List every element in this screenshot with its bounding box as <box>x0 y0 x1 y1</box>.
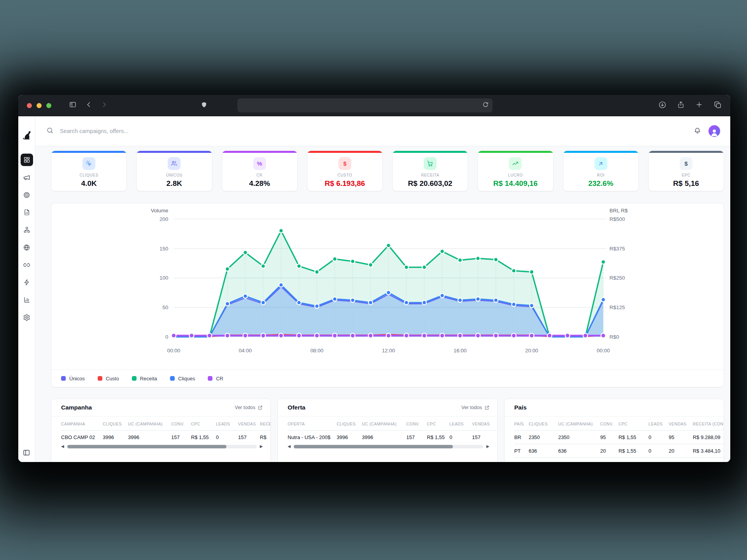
table-cell: 0 <box>649 444 669 458</box>
kpi-value: 232.6% <box>588 179 613 188</box>
sidebar-item-offers[interactable] <box>21 189 33 201</box>
sidebar-item-dashboard[interactable] <box>21 154 33 166</box>
legend-item-únicos[interactable]: Únicos <box>61 376 85 382</box>
kpi-value: 4.0K <box>81 179 97 188</box>
scrollbar-track[interactable] <box>294 445 483 448</box>
globe-icon <box>23 244 30 251</box>
bar-chart-icon <box>23 296 30 303</box>
dog-logo-icon[interactable] <box>22 130 32 142</box>
column-header: UC (CAMPANHA) <box>362 416 406 430</box>
sidebar-item-domains[interactable] <box>21 241 33 254</box>
column-header: VENDAS <box>238 416 260 430</box>
kpi-card-cr[interactable]: %CR4.28% <box>222 150 298 191</box>
table-cell: PT <box>514 444 529 458</box>
click-icon <box>82 157 95 170</box>
close-window-button[interactable] <box>27 103 32 108</box>
table-cell: 157 <box>472 430 497 444</box>
column-header: LEADS <box>649 416 669 430</box>
legend-item-receita[interactable]: Receita <box>132 376 157 382</box>
svg-text:R$375: R$375 <box>610 246 625 252</box>
table-cell: R$ 1,55 <box>619 444 649 458</box>
legend-label: Únicos <box>69 376 85 382</box>
scrollbar-thumb[interactable] <box>67 445 226 448</box>
legend-label: Cliques <box>178 376 195 382</box>
table-card-header: CampanhaVer todos <box>51 399 270 416</box>
zoom-window-button[interactable] <box>46 103 51 108</box>
scroll-right-icon[interactable]: ▶ <box>260 444 263 448</box>
scrollbar-thumb[interactable] <box>294 445 453 448</box>
search-area <box>46 127 693 136</box>
downloads-icon[interactable] <box>658 101 666 110</box>
sidebar-nav <box>21 154 33 329</box>
kpi-card-cliques[interactable]: CLIQUES4.0K <box>51 150 127 191</box>
kpi-accent-bar <box>478 151 553 153</box>
scroll-left-icon[interactable]: ◀ <box>288 444 291 448</box>
sidebar-item-reports[interactable] <box>21 294 33 306</box>
legend-item-cr[interactable]: CR <box>208 376 223 382</box>
column-header: VENDAS <box>472 416 497 430</box>
share-icon[interactable] <box>677 101 685 110</box>
sidebar-item-links[interactable] <box>21 259 33 271</box>
link-icon <box>23 261 30 269</box>
legend-swatch <box>208 376 212 381</box>
table-card-oferta: OfertaVer todosOFERTACLIQUESUC (CAMPANHA… <box>277 399 497 462</box>
target-icon <box>23 191 30 199</box>
horizontal-scrollbar: ◀▶ <box>278 444 497 448</box>
collapse-sidebar-icon[interactable] <box>20 446 33 459</box>
column-header: CLIQUES <box>103 416 128 430</box>
summary-tables-row: CampanhaVer todosCAMPANHACLIQUESUC (CAMP… <box>51 399 724 462</box>
table-cell: 157 <box>406 430 427 444</box>
svg-text:R$0: R$0 <box>610 334 619 340</box>
scroll-left-icon[interactable]: ◀ <box>61 444 64 448</box>
scroll-right-icon[interactable]: ▶ <box>486 444 489 448</box>
table-row[interactable]: PT63663620R$ 1,55020R$ 3.484,10 <box>514 444 724 458</box>
svg-text:100: 100 <box>160 275 168 281</box>
megaphone-icon <box>23 174 30 181</box>
dashboard-grid-icon <box>23 156 30 163</box>
data-table: PAÍSCLIQUESUC (CAMPANHA)CONV.CPCLEADSVEN… <box>514 416 724 458</box>
scrollbar-track[interactable] <box>67 445 257 448</box>
sidebar-item-flows[interactable] <box>21 224 33 236</box>
reload-icon[interactable] <box>482 102 489 109</box>
sidebar-item-integrations[interactable] <box>21 276 33 289</box>
table-row[interactable]: Nutra - USA - 200$39963996157R$ 1,550157 <box>288 430 497 444</box>
new-tab-icon[interactable] <box>695 101 703 110</box>
legend-item-cliques[interactable]: Cliques <box>170 376 195 382</box>
legend-swatch <box>170 376 175 381</box>
minimize-window-button[interactable] <box>37 103 42 108</box>
table-cell: CBO CAMP 02 <box>61 430 103 444</box>
search-input[interactable] <box>59 128 224 135</box>
kpi-label: CR <box>256 173 263 177</box>
kpi-card-roi[interactable]: ROI232.6% <box>563 150 639 191</box>
table-cell: R$ 1,55 <box>619 430 649 444</box>
table-cell: 95 <box>600 430 619 444</box>
legend-item-custo[interactable]: Custo <box>98 376 119 382</box>
sidebar-item-settings[interactable] <box>21 311 33 324</box>
tab-overview-icon[interactable] <box>714 101 722 110</box>
user-avatar[interactable] <box>708 125 720 137</box>
back-button[interactable] <box>85 101 92 110</box>
table-row[interactable]: CBO CAMP 0239963996157R$ 1,550157R$ <box>61 430 270 444</box>
ver-todos-link[interactable]: Ver todos <box>461 405 489 410</box>
kpi-card-únicos[interactable]: ÚNICOS2.8K <box>136 150 212 191</box>
traffic-chart-card: 0R$050R$125100R$250150R$375200R$500Volum… <box>51 203 724 387</box>
sidebar-toggle-icon[interactable] <box>69 101 77 110</box>
ver-todos-link[interactable]: Ver todos <box>235 405 263 410</box>
kpi-card-lucro[interactable]: LUCROR$ 14.409,16 <box>477 150 553 191</box>
url-bar[interactable] <box>237 98 493 112</box>
legend-label: Receita <box>140 376 157 382</box>
table-card-país: PaísPAÍSCLIQUESUC (CAMPANHA)CONV.CPCLEAD… <box>504 399 724 462</box>
table-cell: 2350 <box>529 430 558 444</box>
table-row[interactable]: BR2350235095R$ 1,55095R$ 9.288,09 <box>514 430 724 444</box>
kpi-card-custo[interactable]: $CUSTOR$ 6.193,86 <box>307 150 383 191</box>
sidebar-item-campaigns[interactable] <box>21 171 33 184</box>
table-cell: 20 <box>600 444 619 458</box>
kpi-card-receita[interactable]: RECEITAR$ 20.603,02 <box>392 150 468 191</box>
kpi-card-epc[interactable]: $EPCR$ 5,16 <box>648 150 724 191</box>
table-cell: 0 <box>449 430 472 444</box>
table-cell: 157 <box>171 430 191 444</box>
shield-icon[interactable] <box>201 101 207 110</box>
sidebar-item-landing-pages[interactable] <box>21 206 33 219</box>
forward-button[interactable] <box>101 101 108 110</box>
notifications-bell-icon[interactable] <box>693 126 701 136</box>
